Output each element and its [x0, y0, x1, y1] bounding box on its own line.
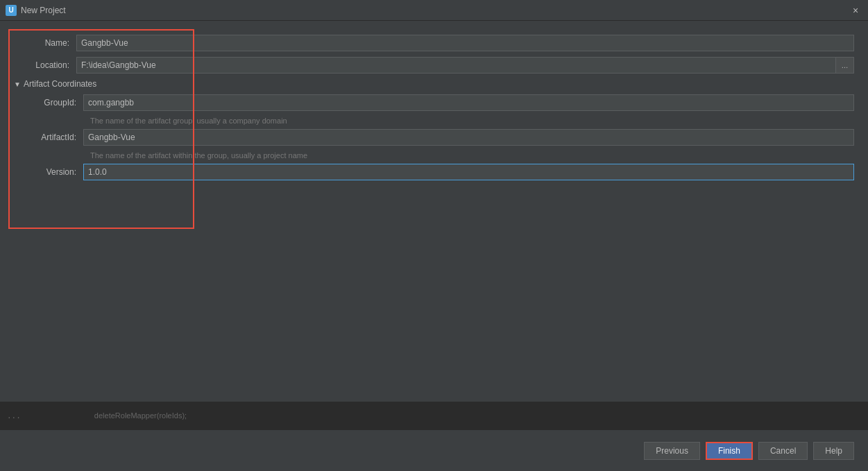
groupid-label: GroupId:: [21, 98, 83, 108]
title-bar: U New Project ×: [0, 0, 868, 21]
browse-button[interactable]: …: [836, 57, 854, 74]
background-code-text: ... deleteRoleMapper(roleIds);: [7, 411, 187, 420]
groupid-input[interactable]: [83, 94, 854, 111]
location-label: Location:: [14, 60, 76, 70]
artifact-coordinates-section: ▼ Artifact Coordinates: [14, 79, 854, 89]
collapse-arrow-icon[interactable]: ▼: [14, 80, 21, 88]
artifactid-row: ArtifactId:: [21, 129, 854, 146]
dialog-title: New Project: [21, 6, 849, 15]
cancel-button[interactable]: Cancel: [758, 442, 808, 460]
name-label: Name:: [14, 38, 76, 48]
artifact-coordinates-content: GroupId: The name of the artifact group,…: [21, 94, 854, 180]
help-button[interactable]: Help: [813, 442, 854, 460]
location-input-group: …: [76, 57, 854, 74]
finish-button[interactable]: Finish: [706, 442, 753, 460]
artifactid-label: ArtifactId:: [21, 132, 83, 142]
groupid-row: GroupId:: [21, 94, 854, 111]
groupid-hint: The name of the artifact group, usually …: [90, 117, 854, 125]
dialog-content: Name: Location: … ▼ Artifact Coordinates…: [0, 21, 868, 429]
previous-button[interactable]: Previous: [644, 442, 700, 460]
location-row: Location: …: [14, 57, 854, 74]
bottom-button-bar: Previous Finish Cancel Help: [0, 429, 868, 471]
version-row: Version:: [21, 164, 854, 180]
dialog-window: U New Project × Name: Location: … ▼ Arti…: [0, 0, 868, 471]
close-button[interactable]: ×: [849, 3, 862, 17]
name-input[interactable]: [76, 35, 854, 51]
version-label: Version:: [21, 167, 83, 177]
version-input[interactable]: [83, 164, 854, 180]
artifactid-hint: The name of the artifact within the grou…: [90, 151, 854, 160]
name-row: Name:: [14, 35, 854, 51]
location-input[interactable]: [76, 57, 836, 74]
app-icon: U: [6, 5, 17, 16]
background-code-area: ... deleteRoleMapper(roleIds);: [0, 402, 868, 429]
artifactid-input[interactable]: [83, 129, 854, 146]
artifact-coordinates-label: Artifact Coordinates: [24, 79, 96, 89]
